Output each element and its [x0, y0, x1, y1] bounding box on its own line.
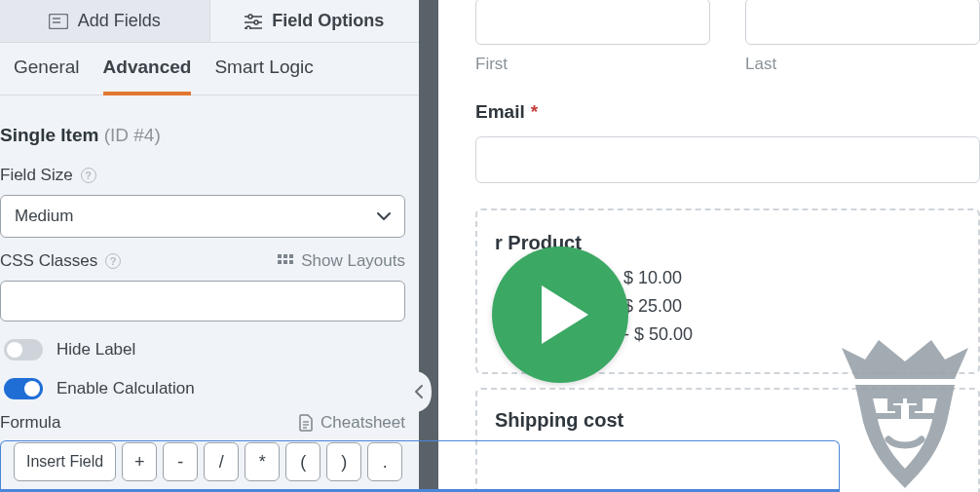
document-icon	[299, 414, 313, 432]
svg-rect-13	[283, 260, 287, 264]
op-divide-button[interactable]: /	[204, 442, 239, 481]
required-indicator: *	[531, 101, 538, 123]
css-classes-row: CSS Classes Show Layouts	[0, 246, 419, 329]
op-multiply-button[interactable]: *	[245, 442, 280, 481]
svg-rect-11	[289, 254, 293, 258]
field-name: Single Item	[0, 125, 98, 145]
email-input[interactable]	[475, 136, 980, 183]
first-name-input[interactable]	[475, 0, 710, 45]
sub-tab-advanced[interactable]: Advanced	[103, 57, 192, 95]
sub-tab-general[interactable]: General	[14, 57, 80, 95]
field-title: Single Item (ID #4)	[0, 111, 419, 160]
field-size-row: Field Size Medium	[0, 160, 419, 246]
last-name-label: Last	[745, 55, 980, 74]
svg-point-8	[246, 26, 250, 29]
field-id: (ID #4)	[104, 125, 161, 145]
play-icon	[538, 284, 592, 346]
chevron-down-icon	[377, 211, 391, 221]
tab-add-fields-label: Add Fields	[78, 11, 161, 31]
tab-field-options-label: Field Options	[272, 11, 384, 31]
first-name-label: First	[475, 55, 710, 74]
op-paren-l-button[interactable]: (	[285, 442, 320, 481]
brand-logo	[822, 301, 980, 492]
help-icon[interactable]	[81, 168, 96, 183]
op-dot-button[interactable]: .	[367, 442, 402, 481]
css-classes-label: CSS Classes	[0, 251, 97, 271]
hide-label-text: Hide Label	[57, 340, 135, 360]
hide-label-toggle[interactable]	[4, 339, 43, 360]
svg-point-4	[248, 15, 252, 19]
op-plus-button[interactable]: +	[122, 442, 157, 481]
insert-field-button[interactable]: Insert Field	[14, 442, 116, 481]
add-fields-icon	[49, 14, 68, 29]
enable-calc-toggle[interactable]	[4, 378, 43, 399]
svg-rect-12	[278, 260, 282, 264]
field-size-select[interactable]: Medium	[0, 195, 405, 238]
sub-tabs: General Advanced Smart Logic	[0, 43, 419, 95]
sidebar: Add Fields Field Options General Advance…	[0, 0, 438, 492]
cheatsheet-label: Cheatsheet	[320, 413, 405, 433]
svg-rect-14	[289, 260, 293, 264]
show-layouts-label: Show Layouts	[301, 251, 405, 271]
layout-grid-icon	[278, 254, 293, 268]
last-name-input[interactable]	[745, 0, 980, 45]
op-paren-r-button[interactable]: )	[326, 442, 361, 481]
enable-calc-row: Enable Calculation	[0, 368, 419, 407]
svg-point-6	[254, 20, 258, 24]
cheatsheet-link[interactable]: Cheatsheet	[299, 413, 405, 433]
sliders-icon	[245, 14, 262, 29]
tab-add-fields[interactable]: Add Fields	[0, 0, 209, 43]
sub-tab-smart-logic[interactable]: Smart Logic	[214, 57, 313, 95]
top-tabs: Add Fields Field Options	[0, 0, 419, 43]
options-panel: Single Item (ID #4) Field Size Medium	[0, 95, 419, 492]
svg-rect-0	[49, 14, 67, 28]
css-classes-input[interactable]	[0, 281, 405, 322]
enable-calc-text: Enable Calculation	[57, 379, 195, 398]
collapse-sidebar-button[interactable]	[408, 368, 432, 415]
svg-rect-9	[278, 254, 282, 258]
op-minus-button[interactable]: -	[163, 442, 198, 481]
play-button[interactable]	[492, 246, 628, 383]
tab-field-options[interactable]: Field Options	[209, 0, 420, 43]
field-size-value: Medium	[15, 207, 73, 226]
show-layouts-button[interactable]: Show Layouts	[278, 251, 405, 271]
email-label: Email*	[475, 101, 980, 123]
help-icon[interactable]	[105, 253, 121, 269]
field-size-label: Field Size	[0, 166, 73, 185]
formula-label: Formula	[0, 413, 60, 433]
hide-label-row: Hide Label	[0, 329, 419, 368]
chevron-left-icon	[414, 384, 424, 399]
svg-rect-10	[283, 254, 287, 258]
